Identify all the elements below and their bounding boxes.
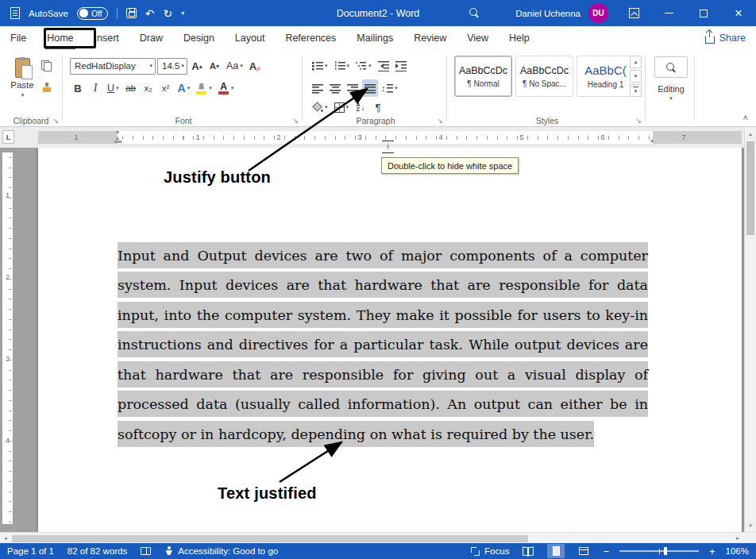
zoom-in-button[interactable]: + <box>709 546 716 557</box>
format-painter-icon[interactable] <box>42 83 52 93</box>
justify-button[interactable] <box>362 79 378 97</box>
shading-button[interactable]: ▾ <box>310 98 330 116</box>
paste-button[interactable]: Paste ▾ <box>6 56 39 114</box>
tab-draw[interactable]: Draw <box>129 26 173 49</box>
horizontal-scrollbar[interactable]: ◂ ▸ <box>0 532 756 543</box>
avatar[interactable]: DU <box>588 3 608 23</box>
styles-dialog-launcher-icon[interactable]: ↘ <box>635 117 642 125</box>
tab-layout[interactable]: Layout <box>225 26 276 49</box>
multilevel-list-button[interactable]: ▾ <box>353 57 374 75</box>
page-indicator[interactable]: Page 1 of 1 <box>7 546 54 556</box>
scroll-left-icon[interactable]: ◂ <box>0 533 11 544</box>
highlight-color-button[interactable]: ▾ <box>194 79 214 97</box>
redo-icon[interactable]: ↻ <box>163 8 172 19</box>
align-left-button[interactable] <box>310 79 326 97</box>
font-size-combobox[interactable]: 14.5 ▾ <box>157 58 187 75</box>
clipboard-dialog-launcher-icon[interactable]: ↘ <box>52 117 59 125</box>
decrease-indent-button[interactable] <box>376 57 392 75</box>
style-no-spacing[interactable]: AaBbCcDc ¶ No Spac... <box>515 56 573 97</box>
autosave-label: AutoSave <box>29 9 68 18</box>
text-effects-button[interactable]: A▾ <box>176 79 193 97</box>
tab-selector[interactable]: L <box>2 130 14 144</box>
change-case-button[interactable]: Aa▾ <box>224 57 245 75</box>
style-heading-1[interactable]: AaBbC( Heading 1 <box>577 56 634 97</box>
tab-help[interactable]: Help <box>499 26 540 49</box>
paragraph-dialog-launcher-icon[interactable]: ↘ <box>437 117 443 125</box>
align-center-button[interactable] <box>327 79 343 97</box>
strikethrough-button[interactable]: ab <box>123 79 139 97</box>
autosave-toggle[interactable]: Off <box>77 7 108 20</box>
grow-font-button[interactable]: A▴ <box>189 57 205 75</box>
tab-file[interactable]: File <box>0 26 37 49</box>
minimize-button[interactable] <box>651 0 686 26</box>
ribbon-display-options-button[interactable] <box>616 0 651 26</box>
tab-view[interactable]: View <box>457 26 499 49</box>
sort-button[interactable]: AZ ↓ <box>353 98 368 116</box>
italic-button[interactable]: I <box>87 79 103 97</box>
accessibility-status[interactable]: Accessibility: Good to go <box>164 546 278 556</box>
scroll-down-icon[interactable]: ▾ <box>745 519 756 531</box>
tab-insert[interactable]: Insert <box>84 26 129 49</box>
zoom-out-button[interactable]: − <box>603 546 609 557</box>
collapse-ribbon-icon[interactable]: ˄ <box>743 114 748 122</box>
document-paragraph[interactable]: Input and Output devices are two of majo… <box>118 241 648 449</box>
document-page[interactable]: Input and Output devices are two of majo… <box>38 148 742 532</box>
zoom-level[interactable]: 106% <box>726 546 749 556</box>
clear-formatting-button[interactable]: A <box>247 57 263 75</box>
chevron-down-icon[interactable]: ▾ <box>648 95 694 102</box>
horizontal-scrollbar-thumb[interactable] <box>12 535 528 542</box>
tab-references[interactable]: References <box>275 26 346 49</box>
left-indent-marker[interactable]: ▼ ▲ <box>112 130 123 143</box>
word-count[interactable]: 82 of 82 words <box>68 546 127 556</box>
borders-button[interactable]: ▾ <box>332 98 352 116</box>
user-name[interactable]: Daniel Uchenna <box>515 9 580 18</box>
read-mode-button[interactable] <box>519 544 537 558</box>
show-hide-marks-button[interactable]: ¶ <box>370 98 386 116</box>
search-icon[interactable] <box>469 7 480 21</box>
vertical-scrollbar-thumb[interactable] <box>746 141 754 235</box>
customize-qat-icon[interactable]: ▾ <box>181 10 184 17</box>
web-layout-button[interactable] <box>575 544 592 558</box>
line-spacing-button[interactable]: ↕▾ <box>380 79 400 97</box>
font-name-combobox[interactable]: RedHatDisplay ▾ <box>70 58 156 75</box>
zoom-slider[interactable] <box>619 550 699 552</box>
close-button[interactable]: × <box>721 0 756 26</box>
maximize-button[interactable] <box>686 0 721 26</box>
vertical-scrollbar[interactable]: ▴ ▾ <box>744 127 756 532</box>
tab-review[interactable]: Review <box>403 26 457 49</box>
tab-mailings[interactable]: Mailings <box>346 26 403 49</box>
styles-more-icon[interactable]: ▾ <box>630 84 642 97</box>
superscript-button[interactable]: x² <box>158 79 174 97</box>
scroll-up-icon[interactable]: ▴ <box>745 128 756 140</box>
font-dialog-launcher-icon[interactable]: ↘ <box>292 117 299 125</box>
right-indent-marker[interactable]: ▲ <box>646 137 658 143</box>
print-layout-button[interactable] <box>547 544 565 558</box>
tab-home[interactable]: Home <box>37 26 83 49</box>
numbering-button[interactable]: ▾ <box>332 57 353 75</box>
undo-icon[interactable]: ↶ <box>145 8 155 19</box>
align-right-button[interactable] <box>345 79 361 97</box>
share-button[interactable]: Share <box>705 26 746 49</box>
styles-scroll-down-icon[interactable]: ▾ <box>630 70 642 83</box>
styles-scroll-up-icon[interactable]: ▴ <box>630 56 642 68</box>
proofing-button[interactable] <box>141 547 151 555</box>
scroll-right-icon[interactable]: ▸ <box>732 533 743 544</box>
word-app-icon[interactable] <box>10 7 20 19</box>
find-button[interactable] <box>654 56 688 78</box>
subscript-button[interactable]: x₂ <box>141 79 156 97</box>
style-normal[interactable]: AaBbCcDc ¶ Normal <box>454 56 512 97</box>
focus-button[interactable]: Focus <box>471 546 509 556</box>
chevron-down-icon: ▾ <box>395 85 398 91</box>
bullets-button[interactable]: ▾ <box>310 57 330 75</box>
selected-text[interactable]: Input and Output devices are two of majo… <box>118 242 648 448</box>
vertical-ruler: 1 2 3 4 <box>2 152 13 524</box>
increase-indent-button[interactable] <box>393 57 409 75</box>
save-icon[interactable] <box>126 8 137 18</box>
bold-button[interactable]: B <box>70 79 86 97</box>
tab-design[interactable]: Design <box>173 26 225 49</box>
font-color-button[interactable]: A▾ <box>216 79 237 97</box>
shrink-font-button[interactable]: A▾ <box>206 57 222 75</box>
copy-icon[interactable] <box>41 60 52 71</box>
zoom-slider-thumb[interactable] <box>664 547 667 555</box>
underline-button[interactable]: U▾ <box>105 79 122 97</box>
